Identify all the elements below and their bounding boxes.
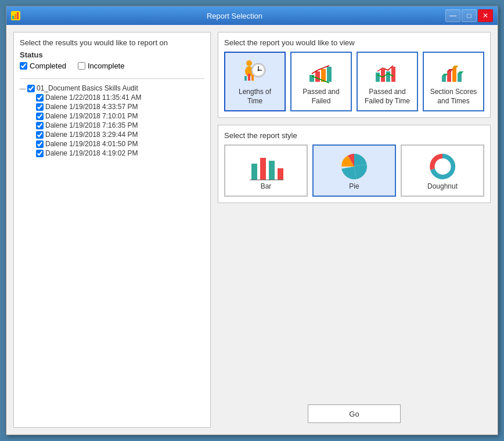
pie-chart-icon: [337, 150, 372, 182]
passed-label: Passed andFailed: [303, 88, 339, 106]
tree-child-checkbox[interactable]: [36, 94, 44, 102]
passedbytime-label: Passed andFailed by Time: [365, 88, 410, 106]
svg-marker-28: [458, 71, 464, 74]
minimize-button[interactable]: —: [445, 9, 460, 22]
bottom-area: Go: [218, 210, 491, 428]
completed-checkbox-item[interactable]: Completed: [20, 62, 66, 70]
tree-expand-icon[interactable]: —: [20, 85, 26, 92]
tree-child-checkbox[interactable]: [36, 113, 44, 120]
svg-rect-17: [376, 73, 380, 82]
svg-rect-12: [251, 75, 254, 81]
svg-marker-25: [442, 74, 448, 76]
completed-checkbox[interactable]: [20, 62, 27, 70]
lengths-label: Lengths ofTime: [239, 88, 271, 106]
passedbytime-icon: [373, 57, 401, 85]
app-icon: [11, 11, 20, 20]
main-content: Select the results you would like to rep…: [6, 25, 498, 435]
svg-rect-13: [309, 75, 314, 82]
svg-rect-21: [442, 76, 446, 82]
svg-rect-29: [251, 164, 257, 180]
passed-icon: [307, 57, 335, 85]
maximize-button[interactable]: □: [462, 9, 477, 22]
incomplete-label: Incomplete: [88, 62, 125, 70]
report-card-section[interactable]: Section Scoresand Times: [423, 52, 484, 111]
tree-child-item[interactable]: Dalene 1/19/2018 3:29:44 PM: [36, 130, 204, 139]
style-card-bar[interactable]: Bar: [224, 144, 308, 197]
window-title: Report Selection: [24, 12, 445, 20]
tree-child-checkbox[interactable]: [36, 122, 44, 129]
checkbox-row: Completed Incomplete: [20, 62, 204, 70]
report-type-box: Select the report you would like to view: [218, 32, 491, 118]
svg-rect-32: [278, 168, 283, 180]
tree-child-label: Dalene 1/19/2018 3:29:44 PM: [45, 131, 138, 139]
report-section-label: Select the report you would like to view: [224, 38, 484, 47]
svg-rect-2: [17, 12, 19, 19]
main-window: Report Selection — □ ✕ Select the result…: [6, 6, 498, 435]
svg-marker-27: [452, 66, 459, 68]
svg-rect-23: [452, 68, 456, 82]
section-label: Section Scoresand Times: [430, 88, 477, 106]
svg-rect-11: [248, 74, 250, 81]
tree-child-checkbox[interactable]: [36, 150, 44, 157]
svg-rect-20: [391, 67, 395, 82]
tree-child-checkbox[interactable]: [36, 103, 44, 111]
report-card-lengths[interactable]: Lengths ofTime: [224, 52, 286, 111]
svg-rect-1: [15, 14, 16, 19]
tree-child-label: Dalene 1/19/2018 7:10:01 PM: [45, 112, 138, 120]
go-button[interactable]: Go: [308, 404, 401, 423]
style-card-pie[interactable]: Pie: [312, 144, 396, 197]
lengths-icon: [241, 57, 269, 85]
tree-child-item[interactable]: Dalene 1/19/2018 4:19:02 PM: [36, 149, 204, 158]
tree-area: — 01_Document Basics Skills Audit Dalene…: [20, 84, 204, 421]
left-panel: Select the results you would like to rep…: [13, 32, 211, 428]
style-types-container: Bar: [224, 144, 484, 197]
tree-root-checkbox[interactable]: [27, 85, 35, 92]
incomplete-checkbox-item[interactable]: Incomplete: [78, 62, 125, 70]
style-card-doughnut[interactable]: Doughnut: [401, 144, 484, 197]
svg-rect-30: [260, 158, 266, 180]
svg-rect-22: [447, 71, 451, 82]
tree-root-label: 01_Document Basics Skills Audit: [37, 84, 138, 92]
svg-rect-19: [386, 71, 390, 82]
tree-child-item[interactable]: Dalene 1/19/2018 4:01:50 PM: [36, 139, 204, 149]
svg-rect-10: [244, 76, 247, 81]
tree-child-label: Dalene 1/19/2018 4:19:02 PM: [45, 149, 138, 157]
tree-child-label: Dalene 1/19/2018 4:01:50 PM: [45, 140, 138, 148]
bar-label: Bar: [261, 182, 272, 190]
tree-root-item[interactable]: — 01_Document Basics Skills Audit: [20, 84, 204, 93]
svg-rect-14: [315, 71, 320, 82]
close-button[interactable]: ✕: [478, 9, 493, 22]
report-style-box: Select the report style: [218, 125, 491, 203]
report-card-passed[interactable]: Passed andFailed: [290, 52, 352, 111]
status-section: Status Completed Incomplete: [20, 50, 204, 70]
bar-chart-icon: [249, 150, 283, 182]
tree-child-item[interactable]: Dalene 1/22/2018 11:35:41 AM: [36, 93, 204, 102]
title-bar: Report Selection — □ ✕: [6, 6, 498, 25]
tree-child-item[interactable]: Dalene 1/19/2018 7:16:35 PM: [36, 121, 204, 130]
tree-child-label: Dalene 1/22/2018 11:35:41 AM: [45, 93, 141, 102]
doughnut-chart-icon: [425, 150, 460, 182]
svg-rect-24: [458, 74, 462, 82]
svg-point-3: [246, 60, 252, 66]
completed-label: Completed: [30, 62, 66, 70]
tree-child-label: Dalene 1/19/2018 4:33:57 PM: [45, 103, 138, 111]
doughnut-label: Doughnut: [427, 182, 458, 190]
tree-child-checkbox[interactable]: [36, 140, 44, 148]
tree-child-item[interactable]: Dalene 1/19/2018 4:33:57 PM: [36, 102, 204, 111]
style-section-label: Select the report style: [224, 131, 484, 140]
tree-child-item[interactable]: Dalene 1/19/2018 7:10:01 PM: [36, 111, 204, 121]
left-instructions: Select the results you would like to rep…: [20, 38, 204, 47]
pie-label: Pie: [349, 182, 359, 190]
tree-child-checkbox[interactable]: [36, 131, 44, 139]
svg-point-9: [258, 70, 260, 71]
svg-marker-26: [447, 69, 453, 71]
svg-rect-16: [327, 67, 332, 82]
incomplete-checkbox[interactable]: [78, 62, 85, 70]
svg-rect-18: [381, 69, 385, 82]
report-card-passedbytime[interactable]: Passed andFailed by Time: [357, 52, 418, 111]
report-types-container: Lengths ofTime: [224, 52, 484, 111]
status-label: Status: [20, 50, 204, 59]
section-icon: [440, 57, 467, 85]
svg-rect-31: [269, 161, 275, 180]
tree-child-label: Dalene 1/19/2018 7:16:35 PM: [45, 121, 138, 129]
